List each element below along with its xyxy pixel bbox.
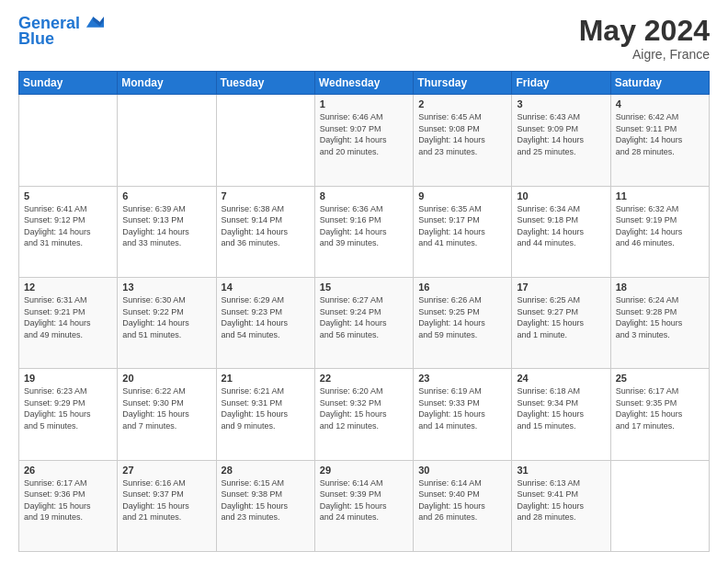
day-info: Sunrise: 6:26 AMSunset: 9:25 PMDaylight:… bbox=[418, 294, 506, 340]
day-cell: 31Sunrise: 6:13 AMSunset: 9:41 PMDayligh… bbox=[512, 460, 610, 551]
day-cell: 19Sunrise: 6:23 AMSunset: 9:29 PMDayligh… bbox=[19, 369, 118, 460]
weekday-header-wednesday: Wednesday bbox=[314, 72, 413, 95]
logo-icon bbox=[84, 12, 104, 32]
day-cell: 11Sunrise: 6:32 AMSunset: 9:19 PMDayligh… bbox=[610, 186, 709, 277]
calendar-table: SundayMondayTuesdayWednesdayThursdayFrid… bbox=[18, 71, 710, 552]
day-number: 20 bbox=[122, 373, 210, 384]
day-cell: 9Sunrise: 6:35 AMSunset: 9:17 PMDaylight… bbox=[414, 186, 512, 277]
day-number: 25 bbox=[616, 373, 704, 384]
day-info: Sunrise: 6:13 AMSunset: 9:41 PMDaylight:… bbox=[517, 477, 605, 523]
day-number: 18 bbox=[616, 282, 704, 293]
day-cell: 28Sunrise: 6:15 AMSunset: 9:38 PMDayligh… bbox=[216, 460, 314, 551]
day-number: 12 bbox=[24, 282, 112, 293]
day-number: 7 bbox=[222, 190, 310, 201]
day-info: Sunrise: 6:21 AMSunset: 9:31 PMDaylight:… bbox=[222, 385, 310, 431]
day-number: 11 bbox=[616, 190, 704, 201]
day-number: 22 bbox=[320, 373, 408, 384]
day-number: 13 bbox=[122, 282, 210, 293]
day-number: 26 bbox=[24, 465, 112, 476]
day-number: 6 bbox=[122, 190, 210, 201]
day-cell: 21Sunrise: 6:21 AMSunset: 9:31 PMDayligh… bbox=[216, 369, 314, 460]
day-info: Sunrise: 6:27 AMSunset: 9:24 PMDaylight:… bbox=[320, 294, 408, 340]
day-cell: 3Sunrise: 6:43 AMSunset: 9:09 PMDaylight… bbox=[512, 95, 610, 186]
day-info: Sunrise: 6:35 AMSunset: 9:17 PMDaylight:… bbox=[418, 203, 506, 249]
day-number: 5 bbox=[24, 190, 112, 201]
day-cell: 20Sunrise: 6:22 AMSunset: 9:30 PMDayligh… bbox=[118, 369, 216, 460]
day-number: 4 bbox=[616, 98, 704, 109]
day-number: 31 bbox=[517, 465, 605, 476]
day-number: 16 bbox=[418, 282, 506, 293]
day-info: Sunrise: 6:15 AMSunset: 9:38 PMDaylight:… bbox=[222, 477, 310, 523]
day-info: Sunrise: 6:14 AMSunset: 9:39 PMDaylight:… bbox=[320, 477, 408, 523]
week-row-1: 1Sunrise: 6:46 AMSunset: 9:07 PMDaylight… bbox=[19, 95, 710, 186]
weekday-header-row: SundayMondayTuesdayWednesdayThursdayFrid… bbox=[19, 72, 710, 95]
day-number: 19 bbox=[24, 373, 112, 384]
day-number: 8 bbox=[320, 190, 408, 201]
week-row-4: 19Sunrise: 6:23 AMSunset: 9:29 PMDayligh… bbox=[19, 369, 710, 460]
day-number: 2 bbox=[418, 98, 506, 109]
day-info: Sunrise: 6:45 AMSunset: 9:08 PMDaylight:… bbox=[418, 111, 506, 157]
day-cell: 5Sunrise: 6:41 AMSunset: 9:12 PMDaylight… bbox=[19, 186, 118, 277]
day-cell bbox=[216, 95, 314, 186]
day-number: 17 bbox=[517, 282, 605, 293]
day-cell bbox=[610, 460, 709, 551]
day-number: 1 bbox=[320, 98, 408, 109]
day-number: 27 bbox=[122, 465, 210, 476]
day-cell: 17Sunrise: 6:25 AMSunset: 9:27 PMDayligh… bbox=[512, 277, 610, 368]
day-info: Sunrise: 6:34 AMSunset: 9:18 PMDaylight:… bbox=[517, 203, 605, 249]
day-info: Sunrise: 6:16 AMSunset: 9:37 PMDaylight:… bbox=[122, 477, 210, 523]
weekday-header-thursday: Thursday bbox=[414, 72, 512, 95]
day-cell: 27Sunrise: 6:16 AMSunset: 9:37 PMDayligh… bbox=[118, 460, 216, 551]
title-block: May 2024 Aigre, France bbox=[579, 15, 710, 62]
day-number: 23 bbox=[418, 373, 506, 384]
day-info: Sunrise: 6:24 AMSunset: 9:28 PMDaylight:… bbox=[616, 294, 704, 340]
day-info: Sunrise: 6:42 AMSunset: 9:11 PMDaylight:… bbox=[616, 111, 704, 157]
day-cell: 16Sunrise: 6:26 AMSunset: 9:25 PMDayligh… bbox=[414, 277, 512, 368]
day-number: 9 bbox=[418, 190, 506, 201]
logo: General Blue bbox=[18, 15, 104, 49]
day-info: Sunrise: 6:32 AMSunset: 9:19 PMDaylight:… bbox=[616, 203, 704, 249]
day-cell: 26Sunrise: 6:17 AMSunset: 9:36 PMDayligh… bbox=[19, 460, 118, 551]
day-cell bbox=[19, 95, 118, 186]
day-cell: 25Sunrise: 6:17 AMSunset: 9:35 PMDayligh… bbox=[610, 369, 709, 460]
page: General Blue May 2024 Aigre, France Sund… bbox=[0, 0, 728, 563]
day-cell: 12Sunrise: 6:31 AMSunset: 9:21 PMDayligh… bbox=[19, 277, 118, 368]
day-cell: 15Sunrise: 6:27 AMSunset: 9:24 PMDayligh… bbox=[314, 277, 413, 368]
day-cell: 24Sunrise: 6:18 AMSunset: 9:34 PMDayligh… bbox=[512, 369, 610, 460]
day-info: Sunrise: 6:36 AMSunset: 9:16 PMDaylight:… bbox=[320, 203, 408, 249]
day-cell: 30Sunrise: 6:14 AMSunset: 9:40 PMDayligh… bbox=[414, 460, 512, 551]
day-info: Sunrise: 6:39 AMSunset: 9:13 PMDaylight:… bbox=[122, 203, 210, 249]
day-cell: 18Sunrise: 6:24 AMSunset: 9:28 PMDayligh… bbox=[610, 277, 709, 368]
weekday-header-saturday: Saturday bbox=[610, 72, 709, 95]
weekday-header-friday: Friday bbox=[512, 72, 610, 95]
day-info: Sunrise: 6:25 AMSunset: 9:27 PMDaylight:… bbox=[517, 294, 605, 340]
day-info: Sunrise: 6:29 AMSunset: 9:23 PMDaylight:… bbox=[222, 294, 310, 340]
day-info: Sunrise: 6:14 AMSunset: 9:40 PMDaylight:… bbox=[418, 477, 506, 523]
day-cell: 2Sunrise: 6:45 AMSunset: 9:08 PMDaylight… bbox=[414, 95, 512, 186]
day-info: Sunrise: 6:38 AMSunset: 9:14 PMDaylight:… bbox=[222, 203, 310, 249]
day-info: Sunrise: 6:17 AMSunset: 9:36 PMDaylight:… bbox=[24, 477, 112, 523]
week-row-2: 5Sunrise: 6:41 AMSunset: 9:12 PMDaylight… bbox=[19, 186, 710, 277]
day-info: Sunrise: 6:30 AMSunset: 9:22 PMDaylight:… bbox=[122, 294, 210, 340]
weekday-header-sunday: Sunday bbox=[19, 72, 118, 95]
day-cell: 7Sunrise: 6:38 AMSunset: 9:14 PMDaylight… bbox=[216, 186, 314, 277]
day-cell: 4Sunrise: 6:42 AMSunset: 9:11 PMDaylight… bbox=[610, 95, 709, 186]
week-row-3: 12Sunrise: 6:31 AMSunset: 9:21 PMDayligh… bbox=[19, 277, 710, 368]
day-info: Sunrise: 6:17 AMSunset: 9:35 PMDaylight:… bbox=[616, 385, 704, 431]
day-cell bbox=[118, 95, 216, 186]
day-number: 29 bbox=[320, 465, 408, 476]
weekday-header-monday: Monday bbox=[118, 72, 216, 95]
day-cell: 10Sunrise: 6:34 AMSunset: 9:18 PMDayligh… bbox=[512, 186, 610, 277]
week-row-5: 26Sunrise: 6:17 AMSunset: 9:36 PMDayligh… bbox=[19, 460, 710, 551]
day-info: Sunrise: 6:41 AMSunset: 9:12 PMDaylight:… bbox=[24, 203, 112, 249]
weekday-header-tuesday: Tuesday bbox=[216, 72, 314, 95]
day-cell: 22Sunrise: 6:20 AMSunset: 9:32 PMDayligh… bbox=[314, 369, 413, 460]
day-cell: 14Sunrise: 6:29 AMSunset: 9:23 PMDayligh… bbox=[216, 277, 314, 368]
day-info: Sunrise: 6:31 AMSunset: 9:21 PMDaylight:… bbox=[24, 294, 112, 340]
day-info: Sunrise: 6:46 AMSunset: 9:07 PMDaylight:… bbox=[320, 111, 408, 157]
day-cell: 1Sunrise: 6:46 AMSunset: 9:07 PMDaylight… bbox=[314, 95, 413, 186]
header: General Blue May 2024 Aigre, France bbox=[18, 15, 710, 62]
day-number: 10 bbox=[517, 190, 605, 201]
day-cell: 23Sunrise: 6:19 AMSunset: 9:33 PMDayligh… bbox=[414, 369, 512, 460]
day-number: 28 bbox=[222, 465, 310, 476]
